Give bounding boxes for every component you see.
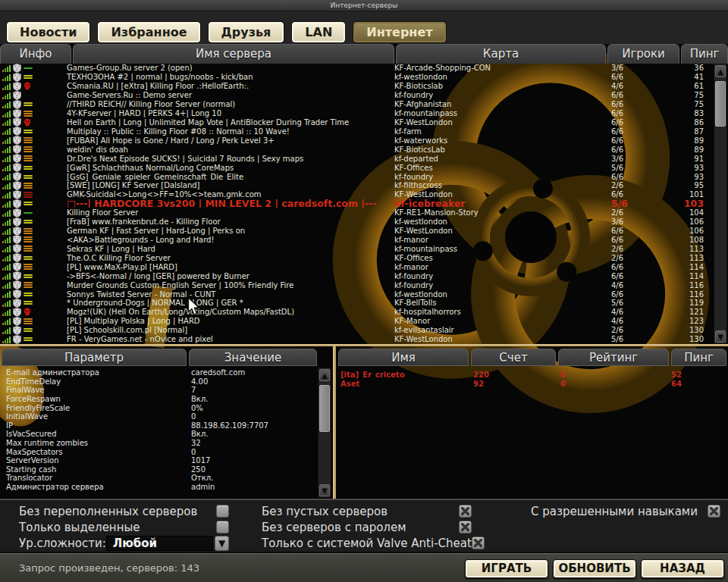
server-row[interactable]: Sonnys Twisted Server - Normal - CUNTkf-… (0, 289, 714, 299)
server-list-scrollbar[interactable]: ▲ ▼ (714, 64, 727, 344)
detail-row[interactable]: IsVacSecuredВкл. (0, 430, 317, 439)
checkbox-unchecked[interactable] (216, 521, 229, 534)
column-header-map[interactable]: Карта (396, 44, 606, 64)
detail-row[interactable]: Starting cash250 (0, 465, 317, 474)
server-row[interactable]: □---| HARDCORE 3vs200 | MIN LEVEL 2 | ca… (0, 199, 714, 208)
detail-row[interactable]: Max runtime zombies32 (0, 439, 317, 448)
server-row[interactable]: Hell on Earth | Long | Unlimited Map Vot… (0, 118, 714, 127)
play-button[interactable]: ИГРАТЬ (465, 559, 548, 578)
players-header-name[interactable]: Имя (338, 349, 469, 366)
difficulty-dropdown[interactable]: Любой (106, 536, 213, 551)
back-button[interactable]: НАЗАД (641, 559, 724, 578)
server-row[interactable]: [SWE] [LONG] KF Server [Dalsland]kf-filt… (0, 181, 714, 190)
scroll-down-icon[interactable]: ▼ (715, 330, 726, 343)
detail-param: ForceRespawn (0, 395, 191, 403)
detail-row[interactable]: MaxSpectators0 (0, 447, 317, 456)
server-name: FR - VeryGames.net - nOvice and pixel (67, 335, 394, 343)
server-row[interactable]: [GwR] Schlachthaus Normal/Long CoreMapsK… (0, 163, 714, 172)
scroll-up-icon[interactable]: ▲ (715, 65, 726, 77)
player-row[interactable]: Aset92064 (338, 380, 726, 390)
server-row[interactable]: ->BFS<-Normal / long [GER] powered by Bu… (0, 271, 714, 280)
server-row[interactable]: Mogz!(UK) (Hell On Earth/Long/Voting/Cus… (0, 308, 714, 317)
tab-friends[interactable]: Друзья (208, 21, 285, 43)
detail-row[interactable]: EndTimeDelay4.00 (0, 377, 317, 386)
checkbox-checked[interactable] (708, 505, 720, 518)
filter-row-vac-only: Только с системой Valve Anti-Cheat (262, 535, 472, 551)
server-row[interactable]: [PL] Schoolskill.com.pl [Normal]kf-evils… (0, 326, 714, 335)
server-row[interactable]: [GsG]_Geniale_spieler_Gemeinschaft_Die_E… (0, 172, 714, 181)
detail-row[interactable]: Администратор сервераadmin (0, 483, 317, 492)
server-row[interactable]: German KF | Fast Server | Hard-Long | Pe… (0, 227, 714, 236)
server-row[interactable]: 4Y-KFserver | HARD | PERKS 4+| Long 10kf… (0, 109, 714, 118)
server-row[interactable]: Murder Grounds Custom English Server | 1… (0, 280, 714, 289)
server-row[interactable]: <AKA>Battlegrounds - Long and Hard!kf-ma… (0, 236, 714, 245)
detail-row[interactable]: E-mail администратораcaredsoft.com (0, 368, 317, 377)
server-map: KF-Offices (394, 164, 601, 172)
tab-news[interactable]: Новости (6, 21, 90, 43)
column-header-info[interactable]: Инфо (0, 44, 71, 64)
shield-icon (13, 64, 21, 73)
tab-internet[interactable]: Интернет (353, 21, 446, 43)
server-row[interactable]: //THIRD REICH// Killing Floor Server (no… (0, 100, 714, 109)
server-row[interactable]: The.O.C Killing Floor ServerKF-Offices2/… (0, 253, 714, 262)
server-ping: 93 (654, 173, 709, 181)
details-scrollbar[interactable]: ▲ ▼ (318, 368, 331, 498)
server-ping: 87 (654, 127, 709, 136)
chevron-down-icon[interactable]: ▼ (215, 536, 229, 551)
detail-row[interactable]: FriendlyFireScale0% (0, 403, 317, 412)
column-header-name[interactable]: Имя сервера (73, 44, 394, 64)
server-row[interactable]: [PL] www.MaX-Play.pl [HARD]kf-manor6/611… (0, 262, 714, 271)
detail-row[interactable]: ForceRespawnВкл. (0, 395, 317, 404)
server-row-icons (0, 173, 67, 181)
detail-row[interactable]: IP88.198.62.109:7707 (0, 421, 317, 430)
server-row[interactable]: [FUBAR] All Hope is Gone / Hard / Long /… (0, 136, 714, 145)
checkbox-checked[interactable] (459, 521, 472, 534)
shield-icon (13, 127, 21, 136)
shield-icon (13, 289, 21, 299)
scrollbar-thumb[interactable] (715, 81, 726, 127)
column-header-players[interactable]: Игроки (607, 44, 679, 64)
players-header-rating[interactable]: Рейтинг (558, 349, 669, 366)
server-row[interactable]: [PL] Multiplay Polska | Long | HARDKF-Ma… (0, 317, 714, 326)
details-header-param[interactable]: Параметр (2, 349, 187, 366)
server-row[interactable]: Killing Floor ServerKF-RE1-Mansion-Story… (0, 208, 714, 217)
server-row[interactable]: * Underground-Dogs | NORMAL | LONG | GER… (0, 299, 714, 308)
detail-row[interactable]: ServerVersion1017 (0, 456, 317, 465)
detail-row[interactable]: FinalWave7 (0, 386, 317, 395)
checkbox-unchecked[interactable] (216, 505, 229, 518)
server-row[interactable]: Dr.Dre's Next Episode SUCKS! | Suicidal … (0, 154, 714, 163)
server-row[interactable]: FR - VeryGames.net - nOvice and pixelKF-… (0, 335, 714, 344)
server-map: KF-Afghanistan (394, 100, 601, 108)
player-bars-icon (2, 218, 11, 226)
shield-icon (13, 217, 21, 227)
tab-lan[interactable]: LAN (291, 21, 346, 43)
detail-row[interactable]: TranslocatorОткл. (0, 474, 317, 483)
players-header-ping[interactable]: Пинг (671, 349, 726, 366)
server-row[interactable]: Multiplay :: Public :: Killing Floor #08… (0, 127, 714, 136)
checkbox-checked[interactable] (459, 505, 472, 518)
server-row-icons (0, 217, 67, 226)
details-header-value[interactable]: Значение (189, 349, 317, 366)
scrollbar-thumb[interactable] (319, 385, 330, 432)
scroll-up-icon[interactable]: ▲ (319, 369, 330, 381)
detail-value: Вкл. (191, 430, 317, 438)
detail-row[interactable]: InitialWave0 (0, 412, 317, 421)
server-row[interactable]: Game-Servers.Ru :: Demo serverkf-foundry… (0, 91, 714, 100)
player-row[interactable]: [ita]_Er_criceto220052 (338, 370, 726, 380)
server-row[interactable]: Games-Group.Ru server 2 (open)KF-Arcade-… (0, 64, 714, 73)
server-row[interactable]: CSmania.RU | [eXtra] Killing Floor .:Hel… (0, 82, 714, 91)
server-row[interactable]: weldin' dis doahKF-BioticsLab6/689 (0, 145, 714, 154)
server-row[interactable]: ТЕХНОЗОНА #2 | normal | bugs/noobs - kic… (0, 73, 714, 82)
server-row[interactable]: GMK-Suicidal<>Long<>FF=10%<>team.gmk.com… (0, 190, 714, 199)
server-row[interactable]: Sekras KF | Long | Hardkf-mountainpass2/… (0, 244, 714, 253)
detail-param: FinalWave (0, 386, 191, 394)
server-row[interactable]: [FraB] www.frankenbrut.de - Killing Floo… (0, 217, 714, 227)
content-area: ИнфоИмя сервераКартаИгрокиПинг Games-Gro… (0, 44, 728, 499)
players-header-score[interactable]: Счет (471, 349, 556, 366)
refresh-button[interactable]: ОБНОВИТЬ (553, 559, 636, 578)
column-header-ping[interactable]: Пинг (681, 44, 728, 64)
checkbox-checked[interactable] (472, 537, 485, 549)
shield-icon (13, 227, 21, 236)
scroll-down-icon[interactable]: ▼ (319, 484, 330, 496)
tab-favorites[interactable]: Избранное (97, 21, 200, 43)
